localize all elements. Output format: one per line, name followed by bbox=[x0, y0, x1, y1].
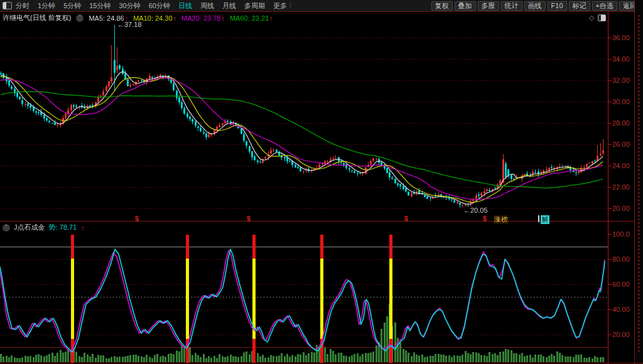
f10-button[interactable]: F10 bbox=[548, 1, 567, 11]
bottom-border bbox=[0, 363, 643, 363]
tab-5min[interactable]: 5分钟 bbox=[63, 1, 81, 11]
price-axis-label: 26.00 bbox=[608, 141, 634, 148]
main-candlestick-chart[interactable] bbox=[0, 12, 634, 221]
right-edge-strip bbox=[634, 0, 643, 364]
up-arrow-icon: ↑ bbox=[173, 14, 177, 22]
dollar-signal-icon: $ bbox=[483, 215, 487, 222]
jie-badge[interactable]: 解 bbox=[541, 215, 549, 224]
tab-1min[interactable]: 1分钟 bbox=[38, 1, 55, 11]
up-arrow-icon: ↑ bbox=[81, 224, 85, 232]
limit-up-badge[interactable]: 涨榜 bbox=[494, 215, 509, 224]
tab-daily[interactable]: 日线 bbox=[178, 1, 192, 11]
draw-line-button[interactable]: 画线 bbox=[524, 1, 546, 11]
tab-15min[interactable]: 15分钟 bbox=[89, 1, 111, 11]
window-icon[interactable] bbox=[598, 14, 606, 21]
ma10-label: MA10: 24.30↑ bbox=[133, 14, 176, 22]
adjust-price-button[interactable]: 复权 bbox=[431, 1, 453, 11]
ma5-label: MA5: 24.86↑ bbox=[89, 14, 128, 22]
indicator-axis-label: 100.0 bbox=[608, 230, 634, 238]
stock-title: 许继电气(日线 前复权) bbox=[3, 13, 71, 23]
low-price-label: ←20.05 bbox=[463, 206, 488, 214]
price-axis-label: 32.00 bbox=[608, 77, 634, 84]
price-axis-label: 34.00 bbox=[608, 55, 634, 63]
toolbar-buttons: 复权 叠加 多股 统计 画线 F10 标记 +自选 返回 bbox=[431, 1, 643, 11]
indicator-header: ˇ J点石成金 势: 78.71 ↑ bbox=[3, 223, 85, 232]
tick-strip bbox=[638, 15, 640, 354]
up-arrow-icon: ↑ bbox=[269, 14, 273, 22]
more-label: 更多 bbox=[273, 1, 287, 11]
indicator-axis-label: 80.00 bbox=[608, 255, 634, 263]
dollar-signal-icon: $ bbox=[247, 215, 251, 222]
indicator-axis-label: 20.00 bbox=[608, 331, 634, 338]
more-menu[interactable]: 更多 〉 bbox=[273, 1, 295, 11]
main-chart-header: 许继电气(日线 前复权) ˇ MA5: 24.86↑ MA10: 24.30↑ … bbox=[3, 13, 273, 23]
layout-icon[interactable] bbox=[3, 2, 12, 9]
ma20-label: MA20: 23.78↑ bbox=[181, 14, 225, 22]
app-window: 分时 1分钟 5分钟 15分钟 30分钟 60分钟 日线 周线 月线 多周期 更… bbox=[0, 0, 643, 364]
diamond-icon[interactable]: ◇ bbox=[589, 14, 594, 22]
add-watchlist-button[interactable]: +自选 bbox=[592, 1, 617, 11]
shi-value-label: 势: 78.71 bbox=[49, 223, 77, 232]
indicator-axis-label: 60.00 bbox=[608, 281, 634, 288]
price-axis-label: 36.00 bbox=[608, 34, 634, 41]
mark-button[interactable]: 标记 bbox=[569, 1, 590, 11]
ma60-label: MA60: 23.21↑ bbox=[230, 14, 273, 22]
overlay-button[interactable]: 叠加 bbox=[455, 1, 476, 11]
tab-minute-view[interactable]: 分时 bbox=[16, 1, 30, 11]
indicator-chart[interactable] bbox=[0, 222, 634, 364]
tab-multi-period[interactable]: 多周期 bbox=[244, 1, 265, 11]
badge-tick bbox=[538, 215, 539, 222]
chevron-right-icon: 〉 bbox=[289, 1, 295, 10]
dollar-signal-icon: $ bbox=[404, 215, 408, 222]
price-axis-label: 28.00 bbox=[608, 119, 634, 127]
collapse-icon[interactable]: ˇ bbox=[3, 224, 10, 232]
tab-monthly[interactable]: 月线 bbox=[222, 1, 236, 11]
price-axis-label: 30.00 bbox=[608, 98, 634, 105]
chart-corner-icons: ◇ bbox=[589, 14, 606, 22]
tab-60min[interactable]: 60分钟 bbox=[149, 1, 170, 11]
collapse-icon[interactable]: ˇ bbox=[76, 14, 84, 22]
statistics-button[interactable]: 统计 bbox=[501, 1, 522, 11]
price-axis-label: 24.00 bbox=[608, 162, 634, 169]
indicator-axis-label: 40.00 bbox=[608, 306, 634, 313]
tab-30min[interactable]: 30分钟 bbox=[119, 1, 141, 11]
indicator-title: J点石成金 bbox=[14, 223, 45, 232]
price-axis-label: 20.00 bbox=[608, 205, 634, 212]
dollar-signal-icon: $ bbox=[135, 215, 139, 222]
multi-stock-button[interactable]: 多股 bbox=[478, 1, 499, 11]
up-arrow-icon: ↑ bbox=[221, 14, 225, 22]
up-arrow-icon: ↑ bbox=[125, 14, 129, 22]
period-tabs: 分时 1分钟 5分钟 15分钟 30分钟 60分钟 日线 周线 月线 多周期 更… bbox=[16, 1, 295, 11]
tab-weekly[interactable]: 周线 bbox=[200, 1, 214, 11]
price-axis-label: 22.00 bbox=[608, 183, 634, 191]
top-toolbar: 分时 1分钟 5分钟 15分钟 30分钟 60分钟 日线 周线 月线 多周期 更… bbox=[0, 0, 643, 12]
